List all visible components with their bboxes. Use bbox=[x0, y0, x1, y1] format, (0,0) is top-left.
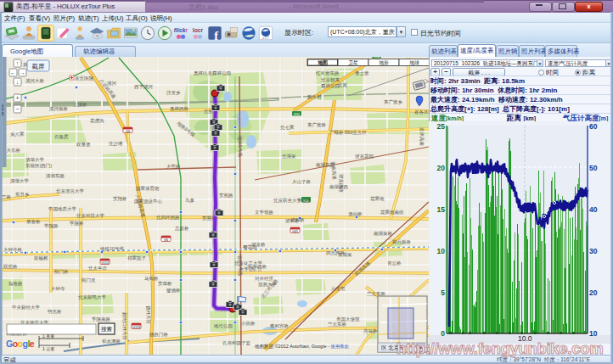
svg-text:京承高速: 京承高速 bbox=[419, 127, 425, 147]
svg-text:50: 50 bbox=[589, 164, 598, 172]
svg-text:望京花园: 望京花园 bbox=[355, 154, 374, 160]
svg-text:奥林匹克森林公园: 奥林匹克森林公园 bbox=[194, 70, 231, 76]
svg-text:地形: 地形 bbox=[379, 60, 389, 65]
svg-text:亮马桥: 亮马桥 bbox=[363, 328, 378, 334]
svg-text:红军营东路: 红军营东路 bbox=[316, 70, 340, 76]
svg-text:20: 20 bbox=[589, 288, 598, 297]
svg-text:京北医院: 京北医院 bbox=[75, 76, 94, 81]
svg-text:知春路: 知春路 bbox=[8, 281, 23, 286]
svg-text:↑: ↑ bbox=[16, 60, 20, 66]
svg-text:清华大学: 清华大学 bbox=[25, 157, 45, 163]
svg-text:1 英里: 1 英里 bbox=[42, 333, 54, 339]
svg-text:花家地南街: 花家地南街 bbox=[380, 210, 404, 216]
svg-text:−: − bbox=[15, 106, 19, 112]
svg-text:S50: S50 bbox=[294, 113, 300, 116]
svg-text:双泉堡: 双泉堡 bbox=[76, 142, 91, 147]
svg-text:卫星: 卫星 bbox=[348, 59, 358, 65]
svg-text:大钟寺桥: 大钟寺桥 bbox=[3, 247, 23, 252]
svg-text:地坛公园: 地坛公园 bbox=[213, 323, 233, 329]
svg-text:蓟门里: 蓟门里 bbox=[82, 277, 96, 283]
svg-text:国家体育馆: 国家体育馆 bbox=[136, 186, 160, 192]
svg-text:地铁5号线: 地铁5号线 bbox=[238, 135, 243, 158]
svg-text:大钟寺: 大钟寺 bbox=[51, 286, 65, 291]
svg-text:截屏: 截屏 bbox=[32, 63, 46, 70]
svg-text:G6: G6 bbox=[164, 238, 168, 242]
svg-text:石板房: 石板房 bbox=[54, 134, 69, 140]
svg-text:大屯路: 大屯路 bbox=[166, 164, 181, 169]
svg-text:20: 20 bbox=[437, 164, 446, 172]
svg-text:美国大使馆: 美国大使馆 bbox=[336, 316, 360, 322]
svg-text:望京桥: 望京桥 bbox=[251, 242, 266, 247]
svg-text:东湖渠: 东湖渠 bbox=[337, 252, 352, 257]
svg-text:POWERED BY: POWERED BY bbox=[7, 333, 27, 337]
svg-text:flickr: flickr bbox=[174, 27, 188, 33]
svg-text:G110: G110 bbox=[101, 261, 109, 265]
svg-text:学院桥: 学院桥 bbox=[70, 221, 84, 227]
svg-text:东升乡: 东升乡 bbox=[14, 192, 30, 197]
svg-text:北京联合大学: 北京联合大学 bbox=[273, 198, 302, 204]
svg-text:Google: Google bbox=[6, 339, 35, 349]
svg-text:中国地质大学: 中国地质大学 bbox=[48, 206, 77, 212]
svg-text:10: 10 bbox=[589, 329, 598, 338]
svg-text:地图数据 ©2012 AutoNavi, Google -: 地图数据 ©2012 AutoNavi, Google - 使用条款 bbox=[254, 344, 350, 350]
svg-text:←: ← bbox=[10, 70, 16, 76]
svg-text:展春桥: 展春桥 bbox=[26, 219, 41, 224]
svg-text:积水潭桥: 积水潭桥 bbox=[102, 339, 121, 344]
svg-text:南湖渠桥: 南湖渠桥 bbox=[374, 231, 393, 236]
svg-text:学院路: 学院路 bbox=[44, 223, 59, 229]
svg-text:清华东路: 清华东路 bbox=[46, 173, 65, 179]
svg-text:10: 10 bbox=[437, 247, 446, 255]
svg-text:北七家: 北七家 bbox=[279, 125, 295, 131]
svg-text:北太平庄: 北太平庄 bbox=[87, 266, 108, 272]
svg-text:来广营乡: 来广营乡 bbox=[384, 99, 403, 105]
svg-text:→: → bbox=[20, 70, 25, 76]
svg-text:后八家: 后八家 bbox=[10, 132, 25, 137]
svg-text:北湖渠: 北湖渠 bbox=[281, 154, 296, 160]
svg-text:60: 60 bbox=[589, 122, 598, 131]
svg-text:+: + bbox=[15, 95, 19, 101]
svg-text:1 公里: 1 公里 bbox=[42, 346, 54, 351]
svg-text:北四环西路: 北四环西路 bbox=[155, 215, 180, 221]
svg-text:25: 25 bbox=[437, 122, 446, 131]
svg-text:花家地: 花家地 bbox=[370, 196, 385, 202]
svg-text:新街口外大街: 新街口外大街 bbox=[121, 312, 127, 341]
svg-text:马甸桥: 马甸桥 bbox=[144, 276, 159, 281]
svg-text:将台路桥: 将台路桥 bbox=[391, 239, 412, 244]
svg-text:崔各庄: 崔各庄 bbox=[414, 109, 429, 115]
svg-text:勇士营: 勇士营 bbox=[355, 70, 369, 76]
svg-text:↓: ↓ bbox=[16, 79, 20, 85]
svg-text:清河南桥: 清河南桥 bbox=[49, 106, 69, 112]
svg-text:三元东桥: 三元东桥 bbox=[367, 291, 386, 296]
svg-text:雍和宫桥: 雍和宫桥 bbox=[270, 323, 290, 329]
svg-text:S50: S50 bbox=[374, 57, 380, 59]
svg-text:孔庙和国子监: 孔庙和国子监 bbox=[222, 340, 251, 346]
svg-text:G6: G6 bbox=[126, 130, 130, 133]
svg-text:德胜门桥: 德胜门桥 bbox=[149, 332, 169, 338]
svg-text:0: 0 bbox=[441, 329, 445, 338]
svg-text:G118: G118 bbox=[132, 326, 140, 329]
svg-text:新生村: 新生村 bbox=[307, 94, 322, 100]
svg-text:安华桥: 安华桥 bbox=[158, 281, 172, 286]
svg-text:15: 15 bbox=[437, 205, 446, 214]
svg-text:北京科技大学: 北京科技大学 bbox=[76, 213, 105, 219]
svg-text:f: f bbox=[214, 29, 218, 42]
svg-text:小街桥: 小街桥 bbox=[240, 321, 256, 327]
svg-text:清华大学: 清华大学 bbox=[10, 178, 30, 184]
svg-text:学院南路: 学院南路 bbox=[92, 316, 111, 322]
svg-text:明光桥: 明光桥 bbox=[48, 309, 62, 315]
svg-text:北京朝来: 北京朝来 bbox=[320, 77, 340, 83]
svg-text:六里屯: 六里屯 bbox=[331, 286, 346, 291]
svg-text:文学馆路: 文学馆路 bbox=[255, 210, 274, 216]
svg-text:东校区(西门): 东校区(西门) bbox=[25, 163, 52, 169]
svg-text:清河大桥: 清河大桥 bbox=[25, 78, 45, 84]
svg-text:地铁10号线: 地铁10号线 bbox=[99, 246, 125, 251]
svg-text:地铁5号线: 地铁5号线 bbox=[238, 254, 243, 277]
svg-text:对外经济: 对外经济 bbox=[255, 276, 274, 282]
svg-text:鸟巢: 鸟巢 bbox=[185, 198, 195, 204]
svg-text:e z T: e z T bbox=[262, 36, 268, 40]
svg-text:双榆树: 双榆树 bbox=[33, 255, 48, 260]
svg-text:三元东桥: 三元东桥 bbox=[328, 322, 347, 327]
svg-text:30: 30 bbox=[589, 247, 598, 255]
svg-text:联想桥: 联想桥 bbox=[3, 264, 18, 269]
svg-text:locr: locr bbox=[193, 27, 204, 33]
